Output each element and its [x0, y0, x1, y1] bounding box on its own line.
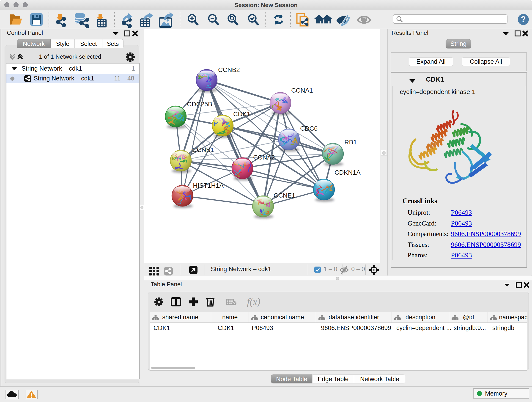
svg-text:HIST1H1A: HIST1H1A — [193, 182, 224, 189]
svg-text:CDC25B: CDC25B — [187, 101, 212, 108]
svg-text:CCNA1: CCNA1 — [291, 87, 313, 94]
svg-text:CDK1: CDK1 — [233, 110, 250, 118]
svg-text:CCNA2: CCNA2 — [253, 154, 275, 161]
svg-text:f(x): f(x) — [247, 297, 260, 307]
svg-text:RB1: RB1 — [344, 139, 357, 146]
svg-text:CCNB1: CCNB1 — [192, 146, 214, 153]
svg-text:?: ? — [521, 15, 526, 24]
svg-text:CDC6: CDC6 — [300, 125, 317, 132]
svg-text:CDKN1A: CDKN1A — [335, 169, 361, 176]
svg-text:CCNE1: CCNE1 — [273, 192, 295, 199]
svg-text:CCNB2: CCNB2 — [218, 66, 240, 73]
